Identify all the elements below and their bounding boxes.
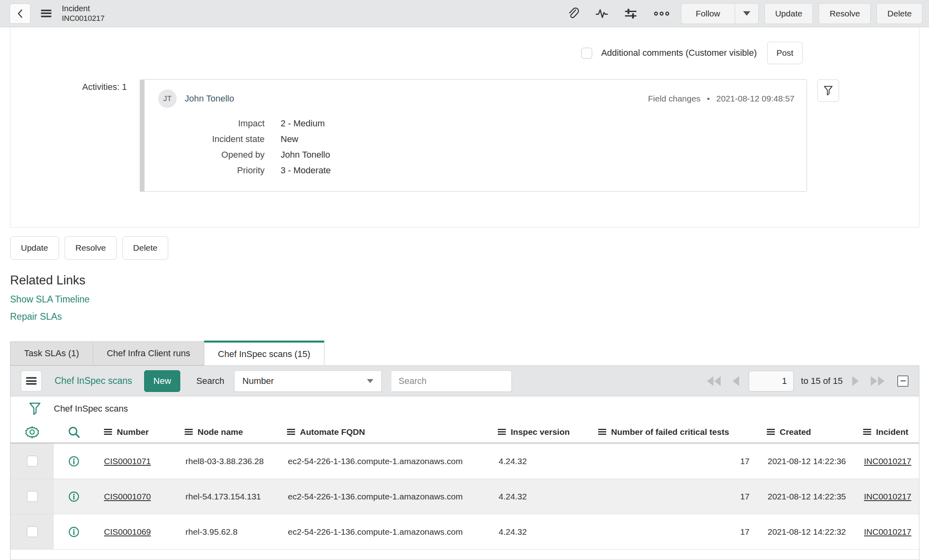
info-icon [68, 491, 80, 503]
previous-page-button[interactable] [730, 374, 742, 388]
last-page-button[interactable] [868, 374, 887, 388]
column-header-number[interactable]: Number [94, 427, 177, 437]
node-name-cell: rhel8-03-3.88.236.28 [177, 457, 280, 466]
info-icon [68, 455, 80, 467]
scan-number-link[interactable]: CIS0001071 [104, 457, 151, 466]
search-field-select[interactable]: Number [234, 370, 382, 392]
column-header-incident[interactable]: Incident [856, 427, 919, 437]
column-header-node-name[interactable]: Node name [177, 427, 280, 437]
column-header-label: Number [117, 427, 149, 437]
column-header-label: Created [780, 427, 811, 437]
column-header-inspec-version[interactable]: Inspec version [491, 427, 591, 437]
resolve-button[interactable]: Resolve [65, 236, 117, 260]
row-checkbox-cell [10, 444, 54, 479]
collapse-list-button[interactable] [897, 375, 909, 387]
field-label: Impact [158, 118, 265, 129]
row-info-button[interactable] [54, 455, 94, 467]
tab-chef-infra-client-runs[interactable]: Chef Infra Client runs [93, 341, 204, 365]
search-field-value: Number [242, 376, 274, 386]
chevron-down-icon [367, 379, 373, 383]
automate-fqdn-cell: ec2-54-226-1-136.compute-1.amazonaws.com [280, 492, 491, 501]
activity-filter-button[interactable] [817, 79, 839, 102]
column-menu-icon [863, 429, 871, 435]
show-sla-timeline-link[interactable]: Show SLA Timeline [10, 294, 90, 305]
personalize-form-button[interactable] [619, 4, 642, 24]
post-button[interactable]: Post [767, 42, 803, 64]
column-header-automate-fqdn[interactable]: Automate FQDN [280, 427, 491, 437]
filter-funnel-icon[interactable] [28, 402, 42, 416]
back-button[interactable] [10, 4, 31, 24]
form-action-buttons: Update Resolve Delete [10, 236, 929, 260]
row-checkbox[interactable] [27, 526, 38, 537]
field-value: New [281, 134, 795, 144]
header-update-button[interactable]: Update [764, 3, 813, 24]
inspec-version-cell: 4.24.32 [491, 492, 591, 501]
search-row-toggle[interactable] [54, 425, 94, 439]
minus-icon [900, 380, 906, 381]
more-icon [653, 10, 670, 17]
table-row: CIS0001069 rhel-3.95.62.8 ec2-54-226-1-1… [10, 514, 919, 550]
column-menu-icon [287, 429, 295, 435]
header-delete-button[interactable]: Delete [876, 3, 923, 24]
attachment-button[interactable] [562, 4, 585, 24]
activity-user-link[interactable]: John Tonello [185, 93, 234, 104]
delete-button[interactable]: Delete [122, 236, 169, 260]
personalize-columns-button[interactable] [10, 425, 54, 439]
related-links-title: Related Links [10, 273, 929, 288]
breadcrumb: Chef InSpec scans [54, 404, 128, 414]
automate-fqdn-cell: ec2-54-226-1-136.compute-1.amazonaws.com [280, 457, 491, 466]
list-title-link[interactable]: Chef InSpec scans [55, 375, 132, 386]
table-row: CIS0001071 rhel8-03-3.88.236.28 ec2-54-2… [10, 444, 919, 479]
column-header-label: Number of failed critical tests [611, 427, 729, 437]
scan-number-link[interactable]: CIS0001070 [104, 492, 151, 501]
row-info-button[interactable] [54, 491, 94, 503]
column-header-label: Inspec version [511, 427, 570, 437]
tab-chef-inspec-scans[interactable]: Chef InSpec scans (15) [204, 341, 324, 365]
additional-comments-label: Additional comments (Customer visible) [601, 48, 757, 58]
field-value: John Tonello [281, 150, 795, 160]
incident-link[interactable]: INC0010217 [864, 457, 911, 466]
row-info-button[interactable] [54, 526, 94, 538]
follow-button[interactable]: Follow [681, 3, 735, 24]
double-right-arrow-icon [871, 376, 877, 386]
column-header-label: Automate FQDN [300, 427, 365, 437]
page-number-input[interactable] [749, 371, 794, 392]
activity-meta-separator: • [707, 94, 710, 103]
tab-task-slas[interactable]: Task SLAs (1) [10, 341, 93, 365]
activity-stream-button[interactable] [590, 4, 613, 23]
repair-slas-link[interactable]: Repair SLAs [10, 311, 62, 322]
follow-dropdown-button[interactable] [735, 3, 759, 24]
record-type: Incident [62, 4, 105, 14]
chevron-left-icon [16, 9, 24, 18]
header-resolve-button[interactable]: Resolve [819, 3, 871, 24]
column-header-failed-critical-tests[interactable]: Number of failed critical tests [591, 427, 760, 437]
inspec-version-cell: 4.24.32 [491, 457, 591, 466]
info-icon [68, 526, 80, 538]
next-page-button[interactable] [850, 374, 861, 388]
incident-link[interactable]: INC0010217 [864, 492, 911, 501]
first-page-button[interactable] [705, 374, 723, 388]
failed-critical-tests-cell: 17 [591, 457, 760, 466]
record-number: INC0010217 [62, 14, 105, 23]
activities-count-label: Activities: 1 [10, 79, 140, 192]
field-label: Priority [158, 165, 265, 176]
row-checkbox[interactable] [27, 456, 38, 467]
new-button[interactable]: New [144, 370, 180, 392]
list-menu-button[interactable] [21, 371, 42, 392]
table-header-row: Number Node name Automate FQDN Inspec ve… [10, 421, 919, 444]
column-header-label: Node name [198, 427, 243, 437]
incident-link[interactable]: INC0010217 [864, 527, 911, 536]
field-value: 3 - Moderate [281, 165, 795, 176]
more-options-button[interactable] [648, 7, 675, 20]
row-checkbox[interactable] [27, 491, 38, 502]
field-value: 2 - Medium [281, 118, 795, 129]
search-input[interactable] [391, 370, 512, 392]
search-icon [67, 425, 81, 439]
update-button[interactable]: Update [10, 236, 59, 260]
column-header-created[interactable]: Created [760, 427, 856, 437]
additional-comments-checkbox[interactable] [581, 48, 592, 59]
context-menu-icon[interactable] [41, 10, 51, 17]
sliders-icon [624, 7, 638, 20]
gear-icon [25, 425, 39, 439]
scan-number-link[interactable]: CIS0001069 [104, 527, 151, 536]
